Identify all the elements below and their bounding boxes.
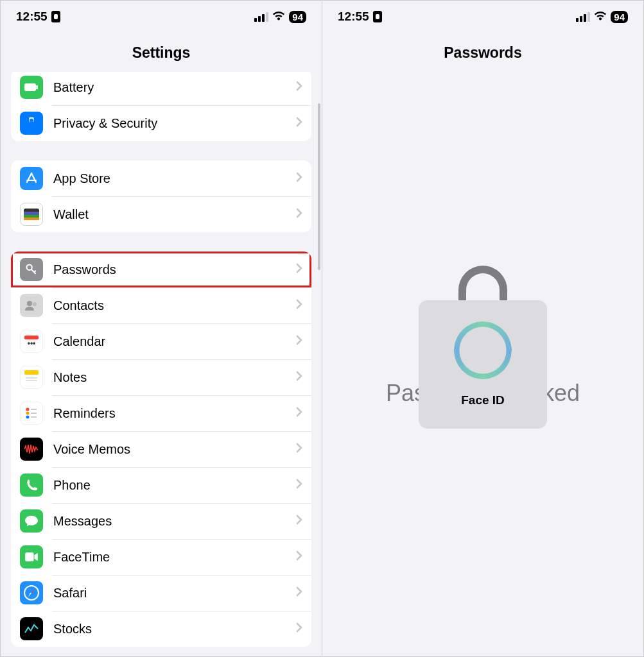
svg-rect-5 [24, 212, 39, 215]
battery-icon [20, 76, 43, 99]
svg-point-17 [26, 412, 30, 415]
settings-row-label: Battery [53, 80, 296, 95]
battery-level: 94 [611, 11, 628, 23]
lock-icon [458, 266, 507, 304]
facetime-icon [20, 545, 43, 568]
wallet-icon [20, 203, 43, 226]
page-title: Passwords [322, 33, 643, 72]
settings-row-passwords[interactable]: Passwords [11, 252, 311, 287]
svg-rect-7 [24, 218, 39, 220]
chevron-right-icon [296, 407, 302, 420]
faceid-prompt[interactable]: Face ID [419, 300, 547, 429]
chevron-right-icon [296, 172, 302, 185]
settings-row-messages[interactable]: Messages [11, 503, 311, 539]
chevron-right-icon [296, 371, 302, 384]
settings-row-calendar[interactable]: •••Calendar [11, 323, 311, 359]
status-bar: 12:55 94 [1, 1, 322, 33]
svg-rect-13 [24, 370, 39, 375]
faceid-ring-icon [454, 321, 512, 379]
battery-level: 94 [289, 11, 306, 23]
settings-row-label: Calendar [53, 334, 296, 349]
svg-rect-0 [24, 83, 36, 91]
settings-row-reminders[interactable]: Reminders [11, 395, 311, 431]
chevron-right-icon [296, 335, 302, 348]
status-time: 12:55 [338, 10, 369, 24]
settings-row-label: Passwords [53, 262, 296, 277]
page-title: Settings [1, 33, 322, 72]
chevron-right-icon [296, 443, 302, 456]
svg-text:•••: ••• [28, 339, 36, 348]
svg-rect-3 [30, 121, 33, 125]
svg-point-16 [26, 408, 30, 411]
settings-list[interactable]: BatteryPrivacy & SecurityApp StoreWallet… [1, 72, 322, 656]
faceid-label: Face ID [461, 393, 505, 407]
settings-row-privacy[interactable]: Privacy & Security [11, 105, 311, 141]
settings-row-appstore[interactable]: App Store [11, 160, 311, 196]
settings-row-phone[interactable]: Phone [11, 467, 311, 503]
settings-row-notes[interactable]: Notes [11, 359, 311, 395]
settings-row-label: Wallet [53, 207, 296, 222]
settings-row-label: Contacts [53, 298, 296, 313]
settings-row-voicememos[interactable]: Voice Memos [11, 431, 311, 467]
settings-row-label: Phone [53, 478, 296, 493]
notes-icon [20, 366, 43, 389]
privacy-icon [20, 112, 43, 135]
chevron-right-icon [296, 81, 302, 94]
phone-icon [20, 474, 43, 497]
settings-group: App StoreWallet [11, 160, 311, 232]
cellular-signal-icon [254, 12, 268, 22]
status-time: 12:55 [16, 10, 48, 24]
svg-rect-1 [36, 85, 38, 89]
svg-point-9 [27, 301, 32, 306]
id-card-icon [373, 11, 382, 22]
settings-row-label: Voice Memos [53, 442, 296, 457]
contacts-icon [20, 294, 43, 317]
chevron-right-icon [296, 586, 302, 599]
settings-row-label: Safari [53, 586, 296, 601]
settings-row-contacts[interactable]: Contacts [11, 287, 311, 323]
chevron-right-icon [296, 299, 302, 312]
voicememos-icon [20, 438, 43, 461]
settings-group: BatteryPrivacy & Security [11, 72, 311, 141]
settings-row-label: App Store [53, 171, 296, 186]
messages-icon [20, 509, 43, 533]
calendar-icon: ••• [20, 330, 43, 353]
chevron-right-icon [296, 515, 302, 527]
settings-row-label: FaceTime [53, 550, 296, 565]
settings-row-label: Notes [53, 370, 296, 385]
settings-row-label: Messages [53, 514, 296, 529]
chevron-right-icon [296, 208, 302, 221]
safari-icon [20, 581, 43, 604]
id-card-icon [51, 11, 60, 22]
stocks-icon [20, 617, 43, 640]
passwords-icon [20, 258, 43, 281]
settings-row-label: Stocks [53, 622, 296, 636]
settings-row-safari[interactable]: Safari [11, 575, 311, 611]
settings-group: PasswordsContacts•••CalendarNotesReminde… [11, 252, 311, 647]
svg-point-10 [33, 302, 37, 306]
settings-row-facetime[interactable]: FaceTime [11, 539, 311, 575]
cellular-signal-icon [576, 12, 590, 22]
svg-point-18 [26, 416, 30, 419]
wifi-icon [594, 10, 607, 24]
chevron-right-icon [296, 479, 302, 491]
settings-screen: 12:55 94 Settings BatteryPrivacy & Secur… [1, 1, 322, 656]
settings-row-stocks[interactable]: Stocks [11, 611, 311, 647]
svg-rect-6 [24, 215, 39, 218]
settings-row-wallet[interactable]: Wallet [11, 196, 311, 232]
settings-row-label: Reminders [53, 406, 296, 421]
scrollbar[interactable] [318, 103, 320, 270]
wifi-icon [272, 10, 285, 24]
chevron-right-icon [296, 263, 302, 276]
passwords-screen: 12:55 94 Passwords Passwords Locked Face… [322, 1, 643, 656]
chevron-right-icon [296, 550, 302, 563]
chevron-right-icon [296, 117, 302, 130]
status-bar: 12:55 94 [322, 1, 643, 33]
settings-row-battery[interactable]: Battery [11, 72, 311, 105]
settings-row-label: Privacy & Security [53, 116, 296, 131]
svg-rect-22 [25, 552, 33, 561]
appstore-icon [20, 167, 43, 190]
lock-area: Passwords Locked Face ID [322, 72, 643, 656]
chevron-right-icon [296, 622, 302, 635]
reminders-icon [20, 402, 43, 425]
